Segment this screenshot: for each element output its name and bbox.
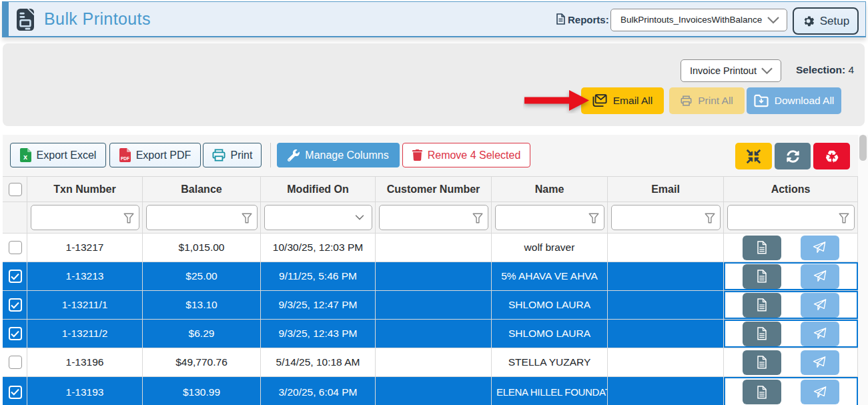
svg-text:PDF: PDF — [121, 156, 129, 161]
svg-text:x: x — [23, 153, 28, 161]
